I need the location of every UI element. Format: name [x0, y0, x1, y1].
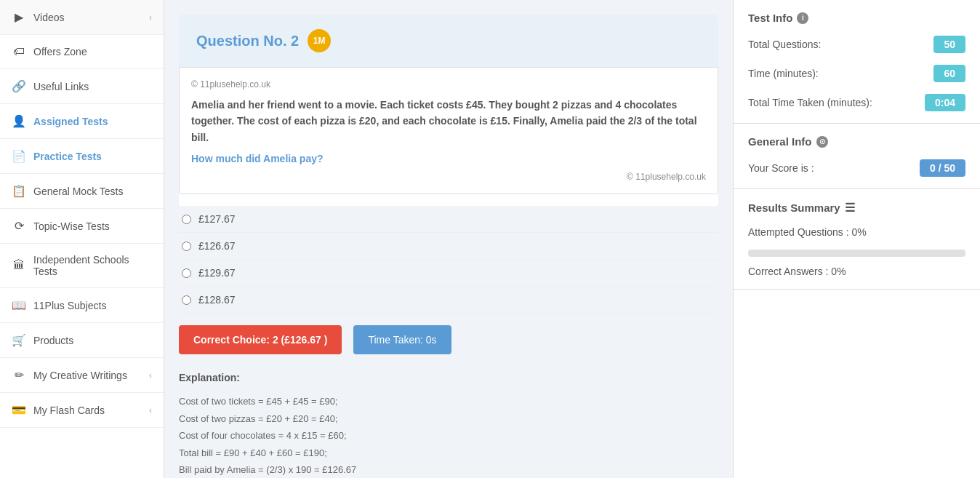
- total-questions-value: 50: [933, 36, 965, 53]
- sidebar-item-topic-wise-tests[interactable]: ⟳ Topic-Wise Tests: [0, 209, 164, 244]
- sidebar-item-label: Useful Links: [33, 81, 152, 92]
- test-info-title: Test Info i: [748, 12, 965, 24]
- book-icon: 📖: [12, 298, 26, 312]
- link-icon: 🔗: [12, 79, 26, 93]
- sidebar-item-my-flash-cards[interactable]: 💳 My Flash Cards ‹: [0, 393, 164, 428]
- general-info-section: General Info ⊙ Your Score is : 0 / 50: [734, 124, 980, 189]
- question-header: Question No. 2 1M: [179, 15, 718, 67]
- options-container: £127.67 £126.67 £129.67 £128.67: [179, 206, 718, 314]
- option-label-1: £127.67: [198, 213, 236, 225]
- question-copyright-top: © 11plusehelp.co.uk: [191, 79, 706, 89]
- question-prompt: How much did Amelia pay?: [191, 153, 706, 164]
- question-card: Question No. 2 1M © 11plusehelp.co.uk Am…: [179, 15, 718, 206]
- option-label-3: £129.67: [198, 267, 236, 279]
- card-icon: 💳: [12, 403, 26, 417]
- sidebar-item-videos[interactable]: ▶ Videos ‹: [0, 0, 164, 35]
- option-radio-4[interactable]: [182, 295, 191, 305]
- option-radio-2[interactable]: [182, 242, 191, 251]
- info-icon[interactable]: i: [797, 12, 808, 24]
- results-summary-title: Results Summary ☰: [748, 201, 965, 215]
- total-time-taken-row: Total Time Taken (minutes): 0:04: [748, 94, 965, 111]
- sidebar-item-products[interactable]: 🛒 Products: [0, 323, 164, 358]
- sidebar-item-label: My Flash Cards: [33, 405, 149, 416]
- sidebar-item-my-creative-writings[interactable]: ✏ My Creative Writings ‹: [0, 358, 164, 393]
- main-content: Question No. 2 1M © 11plusehelp.co.uk Am…: [164, 0, 733, 478]
- video-icon: ▶: [12, 10, 26, 24]
- general-info-icon[interactable]: ⊙: [816, 136, 828, 148]
- attempted-questions-row: Attempted Questions : 0%: [748, 226, 965, 238]
- doc-icon: 📄: [12, 149, 26, 163]
- total-questions-label: Total Questions:: [748, 39, 821, 50]
- question-badge: 1M: [308, 29, 331, 52]
- correct-answers-label: Correct Answers : 0%: [748, 266, 846, 277]
- total-questions-row: Total Questions: 50: [748, 36, 965, 53]
- sidebar-item-label: 11Plus Subjects: [33, 300, 152, 311]
- sidebar-item-practice-tests[interactable]: 📄 Practice Tests: [0, 139, 164, 174]
- explanation-line-2: Cost of two pizzas = £20 + £20 = £40;: [179, 410, 718, 427]
- action-bar: Correct Choice: 2 (£126.67 ) Time Taken:…: [179, 325, 718, 354]
- explanation-section: Explanation: Cost of two tickets = £45 +…: [179, 369, 718, 478]
- option-row-3[interactable]: £129.67: [179, 260, 718, 287]
- sidebar-item-label: Assigned Tests: [33, 116, 152, 127]
- refresh-icon: ⟳: [12, 219, 26, 233]
- explanation-line-3: Cost of four chocolates = 4 x £15 = £60;: [179, 427, 718, 444]
- sidebar-item-general-mock-tests[interactable]: 📋 General Mock Tests: [0, 174, 164, 209]
- sidebar: ▶ Videos ‹ 🏷 Offers Zone 🔗 Useful Links …: [0, 0, 164, 478]
- chevron-icon: ‹: [149, 405, 152, 415]
- question-box: © 11plusehelp.co.uk Amelia and her frien…: [179, 67, 718, 194]
- sidebar-item-label: Practice Tests: [33, 151, 152, 162]
- total-time-taken-value: 0:04: [925, 94, 965, 111]
- sidebar-item-label: General Mock Tests: [33, 186, 152, 197]
- general-info-title: General Info ⊙: [748, 135, 965, 148]
- time-taken-button[interactable]: Time Taken: 0s: [353, 325, 451, 354]
- building-icon: 🏛: [12, 259, 26, 272]
- attempted-questions-label: Attempted Questions : 0%: [748, 226, 867, 238]
- sidebar-item-label: Independent Schools Tests: [33, 254, 152, 277]
- explanation-title: Explanation:: [179, 369, 718, 387]
- option-radio-1[interactable]: [182, 215, 191, 224]
- time-row: Time (minutes): 60: [748, 65, 965, 82]
- sidebar-item-offers-zone[interactable]: 🏷 Offers Zone: [0, 35, 164, 69]
- sidebar-item-label: My Creative Writings: [33, 370, 149, 381]
- sidebar-item-label: Videos: [33, 12, 149, 23]
- correct-choice-button[interactable]: Correct Choice: 2 (£126.67 ): [179, 325, 342, 354]
- tag-icon: 🏷: [12, 45, 26, 58]
- score-label: Your Score is :: [748, 162, 814, 174]
- right-panel: Test Info i Total Questions: 50 Time (mi…: [733, 0, 980, 478]
- results-summary-icon: ☰: [845, 201, 855, 215]
- score-value: 0 / 50: [920, 159, 965, 177]
- option-row-1[interactable]: £127.67: [179, 206, 718, 233]
- option-label-4: £128.67: [198, 294, 236, 306]
- user-icon: 👤: [12, 114, 26, 128]
- time-value: 60: [933, 65, 965, 82]
- explanation-line-5: Bill paid by Amelia = (2/3) x 190 = £126…: [179, 461, 718, 478]
- test-info-section: Test Info i Total Questions: 50 Time (mi…: [734, 0, 980, 124]
- option-row-4[interactable]: £128.67: [179, 287, 718, 314]
- time-label: Time (minutes):: [748, 68, 819, 79]
- question-title: Question No. 2: [196, 33, 299, 49]
- results-summary-section: Results Summary ☰ Attempted Questions : …: [734, 189, 980, 290]
- question-copyright-bottom: © 11plusehelp.co.uk: [191, 172, 706, 182]
- sidebar-item-label: Offers Zone: [33, 46, 152, 57]
- sidebar-item-label: Products: [33, 335, 152, 346]
- explanation-line-1: Cost of two tickets = £45 + £45 = £90;: [179, 393, 718, 410]
- explanation-line-4: Total bill = £90 + £40 + £60 = £190;: [179, 445, 718, 461]
- pencil-icon: ✏: [12, 368, 26, 382]
- chevron-icon: ‹: [149, 12, 152, 23]
- sidebar-item-label: Topic-Wise Tests: [33, 220, 152, 232]
- score-row: Your Score is : 0 / 50: [748, 159, 965, 177]
- clipboard-icon: 📋: [12, 184, 26, 198]
- sidebar-item-assigned-tests[interactable]: 👤 Assigned Tests: [0, 104, 164, 139]
- sidebar-item-useful-links[interactable]: 🔗 Useful Links: [0, 69, 164, 104]
- question-text: Amelia and her friend went to a movie. E…: [191, 97, 706, 146]
- cart-icon: 🛒: [12, 333, 26, 347]
- total-time-taken-label: Total Time Taken (minutes):: [748, 97, 872, 108]
- option-label-2: £126.67: [198, 240, 236, 252]
- sidebar-item-11plus-subjects[interactable]: 📖 11Plus Subjects: [0, 288, 164, 323]
- attempted-progress-bar: [748, 250, 965, 257]
- option-row-2[interactable]: £126.67: [179, 233, 718, 260]
- option-radio-3[interactable]: [182, 268, 191, 278]
- sidebar-item-independent-schools[interactable]: 🏛 Independent Schools Tests: [0, 244, 164, 288]
- chevron-icon: ‹: [149, 370, 152, 381]
- correct-answers-row: Correct Answers : 0%: [748, 266, 965, 277]
